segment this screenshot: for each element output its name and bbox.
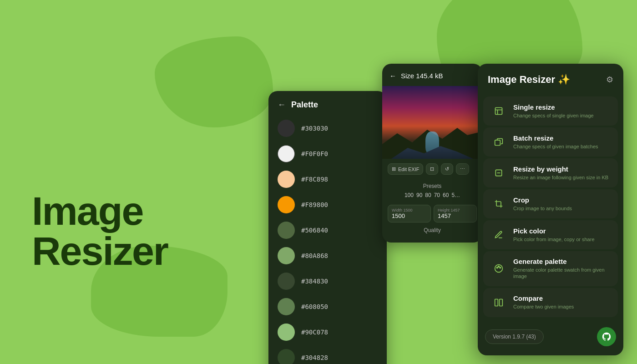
svg-point-5: [496, 267, 498, 268]
menu-item-single-resize[interactable]: Single resize Change specs of single giv…: [483, 96, 618, 126]
image-preview: [382, 86, 482, 159]
palette-title: Palette: [291, 100, 318, 110]
crop-icon: [490, 196, 507, 212]
hero-section: Image Resizer: [32, 191, 168, 271]
crop-tool-button[interactable]: ⊡: [426, 163, 438, 175]
menu-list: Single resize Change specs of single giv…: [478, 94, 623, 320]
menu-item-desc: Resize an image following given size in …: [513, 174, 611, 181]
color-item[interactable]: #80A868: [276, 244, 379, 267]
more-button[interactable]: ⋯: [456, 163, 469, 175]
preset-number[interactable]: 90: [416, 192, 422, 198]
menu-item-title: Compare: [513, 294, 611, 302]
color-item[interactable]: #90C078: [276, 321, 379, 344]
single-icon: [490, 103, 507, 119]
menu-item-batch-resize[interactable]: Batch resize Change specs of given image…: [483, 127, 618, 157]
color-swatch: [278, 145, 295, 162]
color-item[interactable]: #F0F0F0: [276, 142, 379, 165]
preset-number[interactable]: 80: [425, 192, 431, 198]
color-item[interactable]: #F89800: [276, 193, 379, 216]
palette-panel: ← Palette #303030 #F0F0F0 #F8C898 #F8980…: [268, 91, 387, 364]
menu-item-title: Single resize: [513, 103, 611, 111]
presets-section: Presets 100908070605…: [382, 179, 482, 202]
preset-number[interactable]: 70: [434, 192, 440, 198]
svg-point-6: [498, 266, 500, 268]
palette-icon: [490, 260, 507, 277]
crop-icon: ⊡: [430, 166, 434, 172]
svg-rect-8: [495, 299, 498, 306]
width-input[interactable]: Width 1500 1500: [388, 205, 431, 222]
edit-exif-button[interactable]: ⊞ Edit EXIF: [388, 163, 423, 175]
preset-number[interactable]: 100: [404, 192, 414, 198]
image-panel-header: ← Size 145.4 kB: [382, 64, 482, 86]
color-swatch: [278, 196, 295, 213]
presets-numbers: 100908070605…: [388, 192, 477, 198]
color-swatch: [278, 298, 295, 315]
menu-item-desc: Pick color from image, copy or share: [513, 236, 611, 243]
hero-title: Image Resizer: [32, 191, 168, 271]
color-swatch: [278, 171, 295, 188]
menu-item-generate-palette[interactable]: Generate palette Generate color palette …: [483, 251, 618, 286]
svg-rect-1: [495, 140, 500, 146]
color-hex: #90C078: [301, 329, 328, 336]
menu-item-pick-color[interactable]: Pick color Pick color from image, copy o…: [483, 220, 618, 249]
menu-item-crop[interactable]: Crop Crop image to any bounds: [483, 189, 618, 218]
palette-back-button[interactable]: ←: [278, 100, 286, 110]
main-footer: Version 1.9.7 (43): [478, 320, 623, 355]
preset-number[interactable]: 5…: [451, 192, 460, 198]
color-hex: #80A868: [301, 252, 328, 259]
rotate-icon: ↺: [445, 166, 449, 172]
menu-item-resize-by-weight[interactable]: Resize by weight Resize an image followi…: [483, 158, 618, 187]
color-item[interactable]: #F8C898: [276, 168, 379, 191]
color-swatch: [278, 247, 295, 264]
color-item[interactable]: #384830: [276, 270, 379, 293]
version-badge: Version 1.9.7 (43): [485, 329, 544, 344]
color-hex: #384830: [301, 278, 328, 285]
settings-gear-icon[interactable]: ⚙: [606, 75, 613, 85]
menu-item-title: Resize by weight: [513, 165, 611, 173]
height-input[interactable]: Height 1457 1457: [434, 205, 477, 222]
compare-icon: [490, 294, 507, 311]
main-panel: Image Resizer ✨ ⚙ Single resize Change s…: [478, 64, 623, 355]
menu-item-desc: Change specs of single given image: [513, 112, 611, 119]
color-hex: #F8C898: [301, 176, 328, 183]
color-hex: #F89800: [301, 201, 328, 208]
image-back-button[interactable]: ←: [389, 72, 396, 80]
color-item[interactable]: #303030: [276, 117, 379, 140]
menu-item-title: Batch resize: [513, 134, 611, 142]
color-swatch: [278, 273, 295, 290]
image-size-label: Size 145.4 kB: [401, 72, 443, 80]
menu-item-compare[interactable]: Compare Compare two given images: [483, 288, 618, 317]
github-icon: [602, 332, 612, 342]
color-swatch: [278, 222, 295, 239]
panels-container: ← Palette #303030 #F0F0F0 #F8C898 #F8980…: [268, 64, 623, 364]
svg-rect-0: [495, 108, 502, 115]
main-panel-header: Image Resizer ✨ ⚙: [478, 64, 623, 94]
color-hex: #304828: [301, 354, 328, 361]
rotate-button[interactable]: ↺: [441, 163, 453, 175]
color-hex: #F0F0F0: [301, 150, 328, 157]
table-icon: ⊞: [392, 166, 396, 172]
menu-item-desc: Generate color palette swatch from given…: [513, 267, 611, 280]
color-item[interactable]: #304828: [276, 346, 379, 364]
svg-rect-9: [500, 299, 503, 306]
color-swatch: [278, 120, 295, 137]
palette-panel-header: ← Palette: [268, 91, 387, 117]
color-list: #303030 #F0F0F0 #F8C898 #F89800 #506840 …: [268, 117, 387, 364]
menu-item-desc: Change specs of given image batches: [513, 143, 611, 150]
preset-number[interactable]: 60: [443, 192, 449, 198]
github-button[interactable]: [597, 327, 616, 346]
color-hex: #506840: [301, 227, 328, 234]
color-item[interactable]: #506840: [276, 219, 379, 242]
presets-label: Presets: [388, 183, 477, 189]
color-item[interactable]: #608050: [276, 295, 379, 318]
menu-item-title: Generate palette: [513, 258, 611, 265]
color-swatch: [278, 324, 295, 341]
image-toolbar: ⊞ Edit EXIF ⊡ ↺ ⋯: [382, 159, 482, 179]
svg-point-7: [500, 267, 501, 268]
background-blob-2: [155, 36, 273, 127]
menu-item-title: Crop: [513, 196, 611, 204]
menu-item-desc: Crop image to any bounds: [513, 205, 611, 212]
weight-icon: [490, 165, 507, 181]
batch-icon: [490, 134, 507, 150]
dimensions-row: Width 1500 1500 Height 1457 1457: [382, 202, 482, 225]
